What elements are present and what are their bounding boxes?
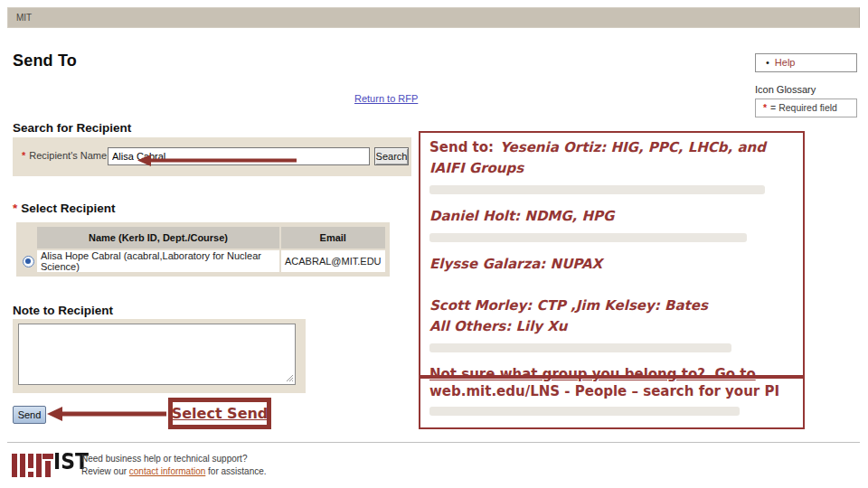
return-to-rfp-link[interactable]: Return to RFP — [354, 93, 418, 104]
erased-text-artifact — [429, 343, 731, 352]
send-button[interactable]: Send — [13, 406, 46, 424]
search-button[interactable]: Search — [374, 147, 409, 165]
footer-review-prefix: Review our — [81, 466, 129, 476]
table-header-row: Name (Kerb ID, Dept./Course) Email — [21, 227, 385, 249]
table-row: Alisa Hope Cabral (acabral,Laboratory fo… — [21, 250, 385, 272]
send-to-annotation-box: Send to:Yesenia Ortiz: HIG, PPC, LHCb, a… — [419, 131, 805, 377]
note-panel — [13, 319, 306, 393]
required-field-text: = Required field — [770, 102, 837, 113]
annotation-line: Send to:Yesenia Ortiz: HIG, PPC, LHCb, a… — [429, 137, 794, 179]
footer-support-text: Need business help or technical support?… — [81, 453, 267, 478]
annotation-line: Elysse Galarza: NUPAX — [429, 254, 794, 275]
search-panel: *Recipient's Name Search — [13, 137, 411, 176]
email-column-header: Email — [281, 227, 385, 249]
help-box[interactable]: •Help — [755, 53, 857, 72]
mit-logo-icon — [12, 452, 53, 479]
note-textarea[interactable] — [18, 324, 296, 385]
footer-review-line: Review our contact information for assis… — [81, 465, 267, 478]
annotation-send-to-prefix: Send to: — [429, 139, 494, 155]
resize-handle-icon[interactable] — [285, 373, 294, 382]
annotation-line: All Others: Lily Xu — [429, 316, 794, 337]
annotation-arrow-to-send-button — [47, 407, 166, 421]
recipient-name-input[interactable] — [108, 147, 370, 165]
select-section-title-text: Select Recipient — [21, 202, 115, 215]
recipient-name-label: *Recipient's Name — [22, 150, 107, 161]
footer-support-line: Need business help or technical support? — [81, 453, 267, 465]
web-link-annotation-box: web.mit.edu/LNS - People – search for yo… — [419, 377, 805, 429]
name-column-header: Name (Kerb ID, Dept./Course) — [37, 227, 279, 249]
recipient-name-cell: Alisa Hope Cabral (acabral,Laboratory fo… — [37, 250, 279, 272]
mit-header-label: MIT — [16, 13, 32, 23]
select-send-annotation-text: Select Send — [172, 405, 269, 422]
page-title: Send To — [13, 52, 77, 70]
required-field-legend: *= Required field — [755, 99, 857, 117]
mit-header-bar: MIT — [7, 7, 860, 28]
erased-text-artifact — [429, 185, 765, 194]
icon-glossary-label: Icon Glossary — [755, 84, 816, 95]
required-asterisk-icon: * — [13, 202, 17, 215]
erased-text-artifact — [429, 343, 794, 364]
radio-column-header — [21, 227, 35, 249]
select-send-annotation-box: Select Send — [168, 398, 271, 429]
recipient-name-label-text: Recipient's Name — [29, 150, 107, 161]
contact-information-link[interactable]: contact information — [129, 466, 206, 476]
required-asterisk-icon: * — [763, 102, 767, 113]
annotation-line: Daniel Holt: NDMG, HPG — [429, 206, 794, 227]
radio-cell[interactable] — [21, 250, 35, 272]
footer-divider — [7, 442, 860, 443]
erased-text-artifact — [429, 407, 740, 416]
required-asterisk-icon: * — [22, 150, 25, 161]
erased-text-artifact — [429, 233, 747, 242]
recipient-email-cell: ACABRAL@MIT.EDU — [281, 250, 385, 272]
note-section-title: Note to Recipient — [13, 304, 113, 317]
recipient-radio[interactable] — [23, 256, 34, 267]
help-link[interactable]: Help — [775, 57, 796, 68]
recipient-table: Name (Kerb ID, Dept./Course) Email Alisa… — [16, 222, 390, 277]
erased-text-artifact — [429, 185, 794, 206]
footer-review-suffix: for assistance. — [205, 466, 266, 476]
bullet-icon: • — [766, 57, 769, 68]
search-section-title: Search for Recipient — [13, 121, 131, 135]
annotation-line: Scott Morley: CTP ,Jim Kelsey: Bates — [429, 296, 794, 316]
erased-text-artifact — [429, 233, 794, 254]
blank-line — [429, 275, 794, 296]
annotation-line: web.mit.edu/LNS - People – search for yo… — [429, 381, 794, 402]
select-section-title: *Select Recipient — [13, 202, 116, 215]
